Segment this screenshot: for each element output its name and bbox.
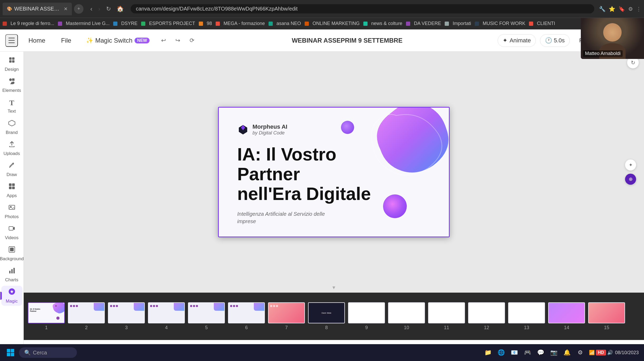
active-indicator	[0, 292, 2, 300]
bookmark-0[interactable]: Le 9 regole di ferro...	[11, 21, 54, 26]
bookmark-5[interactable]: MEGA - formazione	[224, 21, 265, 26]
svg-point-4	[9, 78, 12, 81]
sidebar-item-background[interactable]: Background	[1, 244, 22, 264]
sidebar-item-videos[interactable]: Videos	[1, 223, 22, 243]
wifi-icon[interactable]: 📶	[589, 350, 595, 355]
sidebar-item-design[interactable]: Design	[1, 54, 22, 74]
thumbnail-5[interactable]: 5	[188, 302, 225, 330]
menu-button[interactable]	[5, 34, 18, 47]
elements-icon	[8, 78, 15, 86]
bookmark-10[interactable]: Importati	[453, 21, 471, 26]
sidebar-item-elements[interactable]: Elements	[1, 75, 22, 95]
logo-icon	[237, 124, 249, 136]
taskbar-app-8[interactable]: ⚙	[575, 347, 586, 358]
taskbar-app-7[interactable]: 🔔	[562, 347, 573, 358]
sidebar-item-uploads[interactable]: Uploads	[1, 138, 22, 158]
slide-canvas[interactable]: Morpheus AI by Digital Code IA: Il Vostr…	[218, 107, 450, 237]
canvas-workspace[interactable]: Morpheus AI by Digital Code IA: Il Vostr…	[24, 52, 644, 293]
thumbnail-6[interactable]: 6	[228, 302, 265, 330]
bookmark-2[interactable]: DSYRE	[121, 21, 137, 26]
file-nav-button[interactable]: File	[56, 34, 77, 47]
bookmark-favicon-9	[406, 22, 410, 26]
svg-rect-13	[9, 205, 15, 209]
thumbnail-7[interactable]: 7	[268, 302, 305, 330]
sidebar-item-magic[interactable]: Magic	[1, 286, 22, 306]
browser-forward-button[interactable]: ›	[96, 4, 102, 14]
sidebar-item-photos[interactable]: Photos	[1, 202, 22, 222]
sparkle-side-button[interactable]: ✦	[625, 159, 636, 171]
bookmark-8[interactable]: news & colture	[371, 21, 402, 26]
bookmark-favicon-5	[216, 22, 220, 26]
bookmark-favicon-6	[269, 22, 273, 26]
volume-icon[interactable]: 🔊	[607, 350, 613, 355]
extension-icon-1[interactable]: 🔧	[599, 6, 606, 12]
sidebar-item-brand[interactable]: Brand	[1, 117, 22, 137]
sidebar-item-apps[interactable]: Apps	[1, 180, 22, 200]
thumbnail-1[interactable]: IA: Il VostroPartner 1	[28, 302, 65, 330]
bookmark-1[interactable]: Mastermind Live G...	[66, 21, 110, 26]
sidebar-item-draw[interactable]: Draw	[1, 159, 22, 179]
bookmark-7[interactable]: ONLINE MARKETING	[313, 21, 360, 26]
extension-icon-2[interactable]: ⭐	[609, 6, 615, 12]
thumbnail-4[interactable]: 4	[148, 302, 185, 330]
draw-label: Draw	[7, 172, 17, 177]
bookmark-favicon-12	[529, 22, 533, 26]
browser-tab[interactable]: 🎨 WEBINAR ASSEPRIM 9 SETTEM... ✕	[3, 3, 72, 15]
bookmark-11[interactable]: MUSIC FOR WORK	[483, 21, 525, 26]
sidebar-item-charts[interactable]: Charts	[1, 265, 22, 285]
thumbnail-3[interactable]: 3	[108, 302, 145, 330]
browser-reload-button[interactable]: ↻	[104, 4, 113, 14]
duration-button[interactable]: 🕐 5.0s	[540, 34, 570, 47]
bookmark-9[interactable]: DA VEDERE	[414, 21, 441, 26]
taskbar-app-6[interactable]: 📷	[548, 347, 559, 358]
address-bar[interactable]: canva.com/design/DAFvw8cLezc/8TO988eWwDq…	[131, 4, 594, 13]
bookmark-6[interactable]: asana NEO	[276, 21, 301, 26]
canvas-expand-arrow[interactable]: ▼	[331, 285, 336, 290]
canvas-area: Morpheus AI by Digital Code IA: Il Vostr…	[24, 52, 644, 361]
taskbar-app-4[interactable]: 🎮	[522, 347, 533, 358]
magic-switch-button[interactable]: ✨ Magic Switch NEW	[82, 34, 154, 47]
start-button[interactable]	[5, 347, 16, 358]
bookmark-4[interactable]: 98	[207, 21, 212, 26]
face-silhouette	[603, 23, 622, 42]
bookmark-favicon-3	[141, 22, 145, 26]
taskbar-app-3[interactable]: 📧	[509, 347, 520, 358]
thumbnail-15[interactable]: 15	[588, 302, 625, 330]
taskbar-app-1[interactable]: 📁	[483, 347, 494, 358]
thumbnail-2[interactable]: 2	[68, 302, 105, 330]
thumbnail-10[interactable]: 10	[388, 302, 425, 330]
animate-button[interactable]: ✦ Animate	[498, 34, 536, 47]
taskbar-app-2[interactable]: 🌐	[496, 347, 507, 358]
thumbnail-13[interactable]: 13	[508, 302, 545, 330]
thumb-num-8: 8	[325, 325, 328, 330]
charts-icon	[8, 267, 15, 276]
thumb-num-14: 14	[564, 325, 569, 330]
new-tab-button[interactable]: +	[74, 4, 83, 14]
bookmark-favicon-0	[3, 22, 7, 26]
taskbar-app-5[interactable]: 💬	[535, 347, 546, 358]
bookmark-3[interactable]: ESPORTS PROJECT	[149, 21, 195, 26]
close-tab-button[interactable]: ✕	[64, 6, 68, 12]
home-nav-button[interactable]: Home	[23, 34, 51, 47]
browser-home-button[interactable]: 🏠	[115, 4, 126, 14]
expand-side-button[interactable]: ⊕	[625, 174, 636, 185]
svg-rect-15	[9, 227, 13, 230]
magic-switch-label: Magic Switch	[95, 37, 132, 44]
sidebar-item-text[interactable]: T Text	[1, 96, 22, 116]
system-tray-area[interactable]: 08/10/2023	[615, 350, 639, 355]
undo-button[interactable]: ↩	[159, 35, 168, 46]
extension-icon-3[interactable]: 🔖	[618, 6, 625, 12]
browser-back-button[interactable]: ‹	[88, 4, 95, 14]
thumbnail-14[interactable]: 14	[548, 302, 585, 330]
extension-icon-4[interactable]: ⚙	[628, 6, 633, 12]
share-button[interactable]: ⟳	[187, 35, 196, 46]
thumbnail-12[interactable]: 12	[468, 302, 505, 330]
thumbnail-11[interactable]: 11	[428, 302, 465, 330]
thumbnail-9[interactable]: 9	[348, 302, 385, 330]
bookmark-12[interactable]: CLIENTI	[537, 21, 555, 26]
browser-menu-button[interactable]: ⋮	[636, 6, 641, 12]
redo-button[interactable]: ↪	[173, 35, 182, 46]
brand-icon	[8, 120, 15, 128]
taskbar-search[interactable]: 🔍 Cerca	[19, 347, 77, 358]
thumbnail-8[interactable]: Dark Slide 8	[308, 302, 345, 330]
